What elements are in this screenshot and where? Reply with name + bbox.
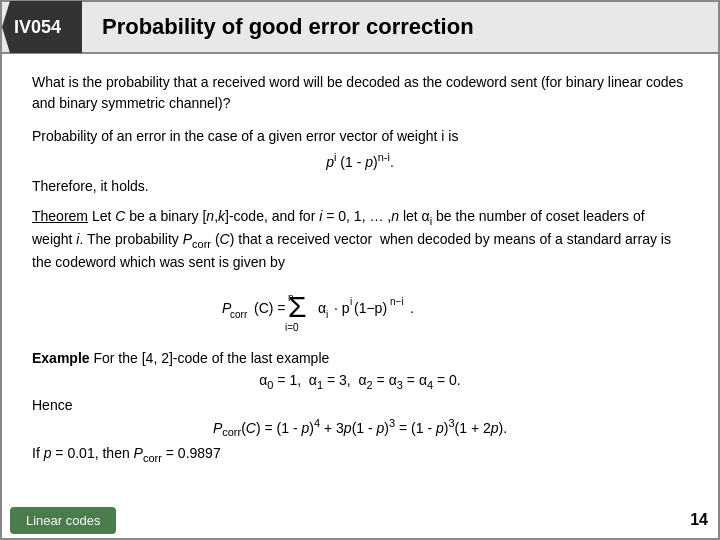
intro-text: What is the probability that a received …: [32, 72, 688, 114]
theorem-label: Theorem: [32, 208, 88, 224]
footer-badge: Linear codes: [10, 507, 116, 534]
header-badge: IV054: [2, 1, 82, 53]
svg-text:i: i: [350, 296, 352, 307]
svg-text:i=0: i=0: [285, 322, 299, 333]
svg-text:.: .: [410, 300, 414, 316]
hence-text: Hence: [32, 397, 688, 413]
prob-formula: pi (1 - p)n-i.: [32, 151, 688, 170]
example-bold: Example: [32, 350, 90, 366]
svg-text:α: α: [318, 300, 326, 316]
alpha-line: α0 = 1, α1 = 3, α2 = α3 = α4 = 0.: [32, 372, 688, 391]
if-line: If p = 0.01, then Pcorr = 0.9897: [32, 445, 688, 464]
svg-text:i: i: [326, 309, 328, 320]
header-title: Probability of good error correction: [82, 14, 474, 40]
slide-container: IV054 Probability of good error correcti…: [0, 0, 720, 540]
footer: Linear codes 14: [2, 502, 718, 538]
svg-text:n: n: [288, 292, 294, 303]
svg-text:(C) =: (C) =: [254, 300, 286, 316]
pcorr-line: Pcorr(C) = (1 - p)4 + 3p(1 - p)3 = (1 - …: [32, 417, 688, 438]
therefore-text: Therefore, it holds.: [32, 178, 688, 194]
page-number: 14: [690, 511, 708, 529]
example-text: Example For the [4, 2]-code of the last …: [32, 350, 688, 366]
header: IV054 Probability of good error correcti…: [2, 2, 718, 54]
svg-text:(1−p): (1−p): [354, 300, 387, 316]
svg-text:· p: · p: [334, 300, 350, 316]
svg-text:n−i: n−i: [390, 296, 404, 307]
main-formula: P corr (C) = Σ i=0 n α i · p i (1−p) n−i…: [32, 283, 688, 340]
prob-text: Probability of an error in the case of a…: [32, 126, 688, 147]
example-body: For the [4, 2]-code of the last example: [90, 350, 330, 366]
svg-text:corr: corr: [230, 309, 248, 320]
theorem-text: Theorem Let C be a binary [n,k]-code, an…: [32, 206, 688, 274]
main-content: What is the probability that a received …: [2, 54, 718, 479]
